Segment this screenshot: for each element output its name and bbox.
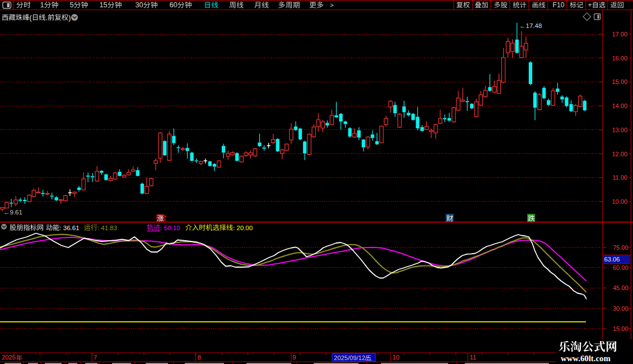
svg-text:15: 15: [100, 1, 108, 9]
svg-text:30: 30: [136, 1, 143, 9]
svg-text:10: 10: [393, 354, 399, 361]
svg-text:11: 11: [470, 354, 477, 361]
svg-text:12.00: 12.00: [612, 151, 627, 157]
svg-text:15.00: 15.00: [612, 78, 627, 85]
svg-text:F10: F10: [553, 1, 565, 9]
svg-text:17.00: 17.00: [612, 31, 627, 38]
svg-text:: 50.10: : 50.10: [160, 225, 180, 231]
svg-text:2025/09/12/: 2025/09/12/: [334, 354, 367, 361]
svg-text:60.00: 60.00: [613, 264, 629, 271]
svg-text:>: >: [330, 2, 333, 8]
svg-text:45.00: 45.00: [613, 284, 629, 291]
svg-text:: 36.61: : 36.61: [59, 225, 79, 231]
svg-text:: 41.83: : 41.83: [97, 225, 117, 231]
svg-text:30.00: 30.00: [613, 305, 629, 312]
svg-text:13.00: 13.00: [612, 127, 627, 133]
svg-text:11.00: 11.00: [612, 174, 627, 181]
svg-text:←9.61: ←9.61: [3, 209, 22, 216]
svg-text:9: 9: [292, 354, 296, 361]
svg-text:: 20.00: : 20.00: [233, 225, 253, 231]
svg-text:8: 8: [198, 354, 201, 361]
svg-text:7: 7: [94, 354, 97, 361]
svg-text:60: 60: [170, 1, 178, 9]
svg-text:14.00: 14.00: [612, 102, 627, 109]
svg-text:16.00: 16.00: [612, 55, 627, 62]
svg-text:s: s: [164, 216, 166, 222]
svg-text:2025: 2025: [2, 354, 16, 361]
svg-text:1: 1: [40, 1, 44, 9]
svg-text:63.06: 63.06: [604, 256, 620, 263]
svg-text:5: 5: [70, 1, 74, 9]
svg-text:+: +: [588, 1, 592, 9]
svg-text:.: .: [46, 14, 48, 22]
svg-text:15.00: 15.00: [613, 325, 629, 332]
svg-text:←17.48: ←17.48: [519, 22, 542, 29]
svg-text:10.00: 10.00: [612, 198, 627, 205]
svg-text:www.60lt.com: www.60lt.com: [561, 354, 611, 363]
svg-text:): ): [68, 14, 71, 22]
svg-text:75.00: 75.00: [613, 244, 629, 251]
